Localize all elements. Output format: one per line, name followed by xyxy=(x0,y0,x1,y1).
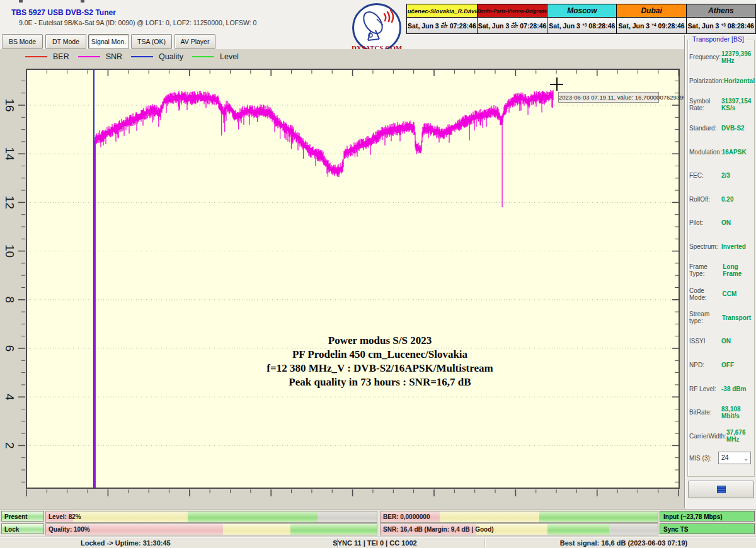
clipped-text-fragment xyxy=(19,0,23,3)
clock: Moscow Sat, Jun 3 +3 08:28:46 xyxy=(547,4,617,34)
satellite-subtitle: 9.0E - Eutelsat 9B/Ka-Sat 9A (ID: 0090) … xyxy=(19,19,256,26)
transponder-row: Standard: DVB-S2 xyxy=(689,117,751,140)
transponder-row-label: ISSYI xyxy=(689,338,706,345)
clock-date: Sat, Jun 3 xyxy=(688,22,719,30)
present-indicator: Present xyxy=(1,511,44,522)
svg-text:4: 4 xyxy=(3,394,16,401)
transponder-row-label: Pilot: xyxy=(689,219,703,226)
annotation-line: PF Prodelin 450 cm_Lucenec/Slovakia xyxy=(266,348,493,362)
legend-line-swatch xyxy=(25,56,47,57)
uptime-status: Locked -> Uptime: 31:30:45 xyxy=(81,537,171,548)
clock: Berlin-Paris-Vienna-Belgrade Sat, Jun 3 … xyxy=(477,4,547,34)
tab-button[interactable]: Signal Mon. xyxy=(88,34,129,49)
mis-row: MIS (3): 24 ⌄ xyxy=(689,450,751,465)
snr-plot: 246810121416 xyxy=(0,49,684,509)
best-signal-status: Best signal: 16,6 dB (2023-06-03 07:19) xyxy=(560,537,687,548)
transponder-row-value: 37,676 MHz xyxy=(726,429,751,443)
clock-hms: 08:28:46 xyxy=(728,22,754,30)
mis-selected-value: 24 xyxy=(721,454,729,461)
legend-item: BER xyxy=(25,52,69,61)
transponder-row: RollOff: 0.20 xyxy=(689,188,751,212)
legend-label: BER xyxy=(53,52,69,61)
input-bitrate-indicator: Input (~23,78 Mbps) xyxy=(660,511,755,522)
legend-line-swatch xyxy=(192,56,214,57)
clock-city-label: Lučenec-Slovakia_R.Dávid xyxy=(407,4,477,18)
lock-indicator: Lock xyxy=(1,523,44,534)
statusbar: Locked -> Uptime: 31:30:45 SYNC 11 | TEI… xyxy=(0,537,756,548)
svg-text:2: 2 xyxy=(3,442,16,449)
transponder-row-label: Spectrum: xyxy=(689,243,718,250)
clock-date: Sat, Jun 3 xyxy=(408,22,439,30)
transponder-row-value: OFF xyxy=(721,362,751,368)
level-label: Level: 82% xyxy=(49,511,81,522)
transponder-row: Stream type: Transport xyxy=(689,306,751,330)
transponder-row: Code Mode: CCM xyxy=(689,282,751,306)
transponder-row-value: Horizontal xyxy=(724,77,753,84)
legend-item: Quality xyxy=(131,52,183,61)
legend-line-swatch xyxy=(131,56,153,57)
svg-text:8: 8 xyxy=(3,297,16,304)
snr-progressbar: SNR: 16,4 dB (Margin: 9,4 dB | Good) xyxy=(380,523,658,535)
clock-utc-offset: +3 xyxy=(582,23,587,26)
clock-date: Sat, Jun 3 xyxy=(619,22,650,30)
clipped-text-fragment xyxy=(81,0,84,3)
stream-list-button[interactable] xyxy=(688,481,754,498)
crosshair-cursor xyxy=(550,77,563,91)
chart-annotation: Power modus S/S 2023PF Prodelin 450 cm_L… xyxy=(266,334,493,389)
mis-dropdown[interactable]: 24 ⌄ xyxy=(718,452,751,464)
transponder-row: RF Level: -38 dBm xyxy=(689,377,751,401)
transponder-row: Frame Type: Long Frame xyxy=(689,258,751,282)
transponder-row-label: BitRate: xyxy=(689,409,712,416)
clock: Dubai Sat, Jun 3 +4 09:28:46 xyxy=(616,4,686,34)
transponder-row-label: Polarization: xyxy=(689,77,724,84)
chart-legend: BER SNR Quality Level xyxy=(25,52,239,61)
transponder-row-label: RollOff: xyxy=(689,196,710,203)
dxsatcs-logo: DXSATCS.COM xyxy=(352,3,402,54)
sync-status: SYNC 11 | TEI 0 | CC 1002 xyxy=(333,537,416,548)
svg-text:12: 12 xyxy=(3,196,16,209)
svg-text:14: 14 xyxy=(3,147,16,161)
clock-time: Sat, Jun 3 +1 DST 07:28:46 xyxy=(407,18,477,33)
transponder-row: Frequency: 12379,396 MHz xyxy=(689,45,751,69)
transponder-row-label: Stream type: xyxy=(689,311,722,324)
transponder-rows: Frequency: 12379,396 MHz Polarization: H… xyxy=(689,45,751,448)
transponder-row: BitRate: 83,108 Mbit/s xyxy=(689,401,751,425)
legend-label: Quality xyxy=(159,52,183,61)
tab-button[interactable]: BS Mode xyxy=(2,34,43,49)
transponder-row-value: -38 dBm xyxy=(721,385,751,392)
clock-hms: 08:28:46 xyxy=(588,22,615,30)
transponder-row-value: Long Frame xyxy=(723,263,751,277)
value-tooltip: 2023-06-03 07.19.11, value: 16,700000762… xyxy=(558,92,659,103)
transponder-row: Modulation: 16APSK xyxy=(689,140,751,164)
svg-text:6: 6 xyxy=(3,345,16,352)
transponder-row: FEC: 2/3 xyxy=(689,164,751,188)
transponder-row-label: RF Level: xyxy=(689,385,716,392)
clock-utc-offset: +1 DST xyxy=(441,22,448,28)
tab-button[interactable]: DT Mode xyxy=(45,34,86,49)
transponder-row-value: 83,108 Mbit/s xyxy=(721,406,751,420)
clock-utc-offset: +3 xyxy=(721,23,725,26)
tab-button[interactable]: AV Player xyxy=(175,34,215,49)
clock-city-label: Berlin-Paris-Vienna-Belgrade xyxy=(478,4,547,18)
annotation-line: Peak quality in 73 hours : SNR=16,7 dB xyxy=(266,375,493,389)
transponder-row: ISSYI ON xyxy=(689,329,751,353)
list-icon xyxy=(717,486,726,493)
clock-date: Sat, Jun 3 xyxy=(549,22,580,30)
transponder-row-value: 2/3 xyxy=(721,172,751,179)
clock-time: Sat, Jun 3 +1 DST 07:28:46 xyxy=(478,18,547,33)
sync-ts-indicator: Sync TS xyxy=(660,523,755,534)
legend-item: Level xyxy=(192,52,239,61)
transponder-row-value: Transport xyxy=(722,314,751,321)
legend-label: SNR xyxy=(106,52,122,61)
transponder-row-value: Inverted xyxy=(721,243,751,250)
transponder-row-label: NPD: xyxy=(689,362,704,368)
svg-text:10: 10 xyxy=(3,244,16,258)
clock-city-label: Athens xyxy=(687,4,755,18)
clock-time: Sat, Jun 3 +3 08:28:46 xyxy=(687,18,755,33)
level-progressbar: Level: 82% xyxy=(45,511,377,523)
clock-utc-offset: +1 DST xyxy=(511,22,518,28)
tab-button[interactable]: TSA (OK) xyxy=(131,34,172,49)
transponder-row-value: 31397,154 KS/s xyxy=(721,98,751,111)
statusbar-divider xyxy=(484,539,486,547)
transponder-row-label: Frame Type: xyxy=(689,263,723,277)
